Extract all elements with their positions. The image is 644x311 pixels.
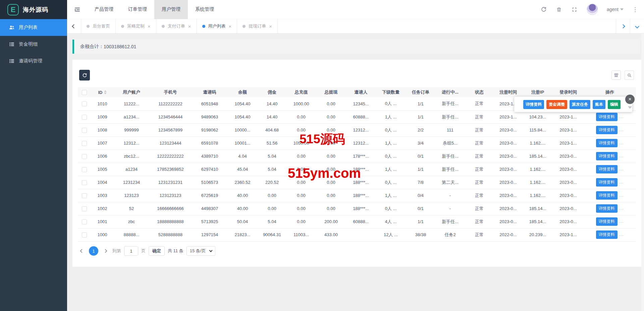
menu-fold-icon[interactable] [67, 0, 87, 19]
cell-balance: 45.04 [227, 163, 258, 176]
ledger-button[interactable]: 账本 [593, 100, 605, 109]
cell-account: 123123 [114, 189, 149, 202]
more-actions-button[interactable]: ... [619, 232, 624, 237]
cell-task-orders: 1/1 [406, 215, 435, 228]
row-checkbox[interactable] [82, 206, 87, 211]
sidebar-item-invite-code[interactable]: 邀请码管理 [0, 53, 67, 69]
search-icon[interactable] [625, 70, 634, 80]
popup-close-button[interactable]: × [625, 95, 635, 104]
detail-button[interactable]: 详情资料 [596, 191, 618, 200]
cell-status: 正常 [465, 176, 494, 189]
confirm-button[interactable]: 确定 [149, 246, 165, 256]
refresh-icon[interactable] [540, 6, 547, 13]
more-actions-button[interactable]: ... [619, 179, 624, 185]
page-input[interactable] [124, 246, 138, 256]
cell-account: 1231234 [114, 176, 149, 189]
row-checkbox[interactable] [82, 141, 87, 146]
sidebar-item-funds-detail[interactable]: 资金明细 [0, 36, 67, 53]
tab-withdraw-order[interactable]: 提现订单 × [237, 19, 278, 33]
more-actions-button[interactable]: ... [619, 114, 624, 119]
next-page-button[interactable] [101, 246, 109, 256]
page-number-current[interactable]: 1 [89, 246, 98, 256]
table-row: 1002 52 16666666666 4498307 40.00 0.00 0… [78, 202, 636, 215]
close-icon[interactable]: × [269, 24, 272, 29]
cell-login-time: 2023-1... [553, 123, 584, 137]
tab-strategy[interactable]: 策略定制 × [116, 19, 156, 33]
detail-button[interactable]: 详情资料 [596, 217, 618, 226]
nav-item-user[interactable]: 用户管理 [154, 0, 188, 19]
more-actions-button[interactable]: ... [619, 219, 624, 224]
cell-total-recharge: 1050.00 [286, 137, 316, 150]
fullscreen-icon[interactable] [571, 6, 578, 13]
cell-status: 正常 [465, 163, 494, 176]
cell-status: 正常 [465, 215, 494, 228]
trash-icon[interactable] [556, 6, 562, 13]
more-actions-button[interactable]: ... [619, 153, 624, 158]
cell-inviter: 188***... [346, 189, 376, 202]
cell-invite-code: 9198062 [192, 123, 227, 137]
cell-ongoing: 新手任... [435, 110, 465, 123]
tabs-menu[interactable] [630, 19, 644, 33]
cell-phone: 1234567899 [149, 123, 192, 137]
tabs-scroll-left[interactable] [67, 19, 81, 33]
dispatch-task-button[interactable]: 派发任务 [570, 100, 590, 109]
nav-item-system[interactable]: 系统管理 [188, 0, 221, 19]
row-checkbox[interactable] [82, 154, 87, 159]
tab-dot [202, 25, 205, 28]
more-actions-button[interactable]: ... [619, 127, 624, 132]
tabs-scroll-right[interactable] [616, 19, 630, 33]
row-checkbox[interactable] [82, 180, 87, 185]
close-icon[interactable]: × [148, 24, 151, 29]
tab-pay-order[interactable]: 支付订单 × [156, 19, 197, 33]
detail-button[interactable]: 详情资料 [596, 204, 618, 213]
detail-button[interactable]: 详情资料 [596, 230, 618, 239]
row-checkbox[interactable] [82, 193, 87, 198]
more-actions-button[interactable]: ... [619, 166, 624, 171]
app-logo[interactable]: E 海外源码 [0, 0, 67, 19]
detail-button[interactable]: 详情资料 [523, 100, 544, 109]
detail-button[interactable]: 详情资料 [596, 165, 618, 173]
user-avatar[interactable] [587, 4, 598, 15]
table-refresh-button[interactable] [79, 70, 90, 81]
page-size-select[interactable]: 15 条/页 [186, 246, 215, 256]
more-actions-button[interactable]: ... [619, 206, 624, 211]
edit-button[interactable]: 编辑 [608, 100, 621, 109]
row-checkbox[interactable] [82, 219, 87, 224]
detail-button[interactable]: 详情资料 [596, 139, 618, 147]
row-checkbox[interactable] [82, 232, 87, 238]
popup-caret-icon [628, 106, 632, 109]
detail-button[interactable]: 详情资料 [596, 178, 618, 187]
detail-button[interactable]: 详情资料 [596, 152, 618, 160]
cell-balance: 1054.40 [227, 110, 258, 123]
detail-button[interactable]: 详情资料 [596, 126, 618, 134]
row-checkbox[interactable] [82, 115, 87, 120]
nav-item-product[interactable]: 产品管理 [87, 0, 121, 19]
more-actions-button[interactable]: ... [619, 193, 624, 198]
cell-balance: 40.00 [227, 202, 258, 215]
tab-dashboard[interactable]: 后台首页 [81, 19, 116, 33]
page-scrollbar[interactable] [641, 34, 644, 311]
cell-inviter: 12312... [346, 123, 376, 137]
select-all-checkbox[interactable] [82, 90, 87, 95]
cell-commission: 14.40 [258, 97, 286, 110]
row-checkbox[interactable] [82, 167, 87, 172]
close-icon[interactable]: × [188, 24, 191, 29]
nav-item-order[interactable]: 订单管理 [121, 0, 154, 19]
row-checkbox[interactable] [82, 101, 87, 106]
balance-summary-value: 1003188612.01 [104, 44, 136, 49]
cell-actions: 详情资料... [584, 228, 636, 241]
kebab-menu-icon[interactable]: ⋮ [632, 7, 638, 12]
funds-adjust-button[interactable]: 资金调整 [546, 100, 567, 109]
cell-phone: 12222222222 [149, 150, 192, 163]
row-checkbox[interactable] [82, 128, 87, 133]
cell-subordinates: 0人 ... [376, 150, 406, 163]
user-menu[interactable]: agent [607, 7, 624, 12]
detail-button[interactable]: 详情资料 [596, 113, 618, 121]
close-icon[interactable]: × [229, 24, 232, 29]
sort-icon[interactable] [104, 90, 107, 94]
tab-user-list[interactable]: 用户列表 × [197, 19, 237, 33]
columns-setting-button[interactable] [611, 70, 621, 80]
more-actions-button[interactable]: ... [619, 140, 624, 145]
prev-page-button[interactable] [78, 246, 86, 256]
sidebar-item-user-list[interactable]: 用户列表 [0, 19, 67, 36]
